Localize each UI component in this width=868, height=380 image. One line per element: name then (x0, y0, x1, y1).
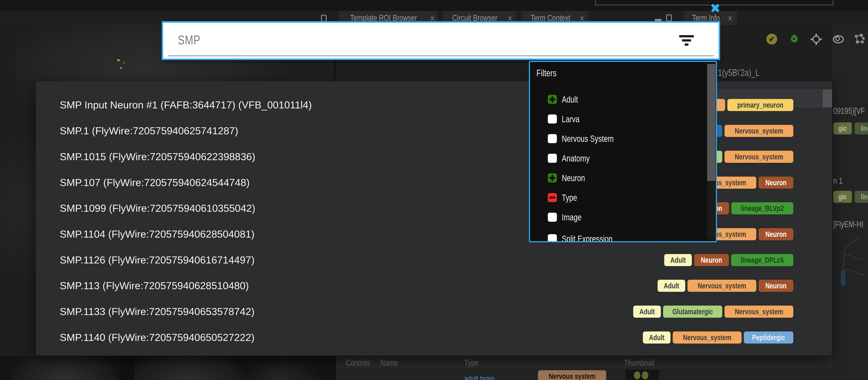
column-type: Type (464, 358, 478, 368)
filter-option-nervous-system[interactable]: Nervous System (548, 133, 628, 145)
restore-window-icon[interactable] (321, 15, 327, 22)
tag-badge-nervous_system: Nervous_system (724, 151, 793, 163)
column-name: Name (380, 358, 398, 368)
filter-option-label: Image (562, 212, 582, 222)
result-row-label[interactable]: SMP.1126 (FlyWire:720575940616714497) (60, 254, 255, 266)
checkbox-include[interactable] (548, 95, 557, 104)
tag-badge-nervous_system: Nervous_system (724, 306, 793, 318)
checkbox-none[interactable] (548, 114, 557, 124)
filter-option-label: Anatomy (562, 153, 590, 164)
tag-badge-nervous_system: Nervous_system (687, 280, 756, 292)
filter-option-neuron[interactable]: Neuron (548, 172, 591, 184)
tag-badge-neuron: Neuron (694, 254, 729, 266)
tab-close-icon[interactable]: x (508, 14, 512, 22)
filter-option-label: Neuron (562, 173, 585, 183)
checkbox-none[interactable] (548, 234, 557, 242)
tag-badge-fragment: lineag (855, 191, 868, 203)
tag-badge-adult: Adult (664, 254, 692, 266)
search-input-underline (168, 55, 714, 56)
tag-badge-adult: Adult (643, 332, 671, 344)
tag-badge-lineage: lineage_BLVp2 (731, 202, 793, 214)
neuron-marker (120, 67, 122, 69)
result-row-label[interactable]: SMP.113 (FlyWire:720575940628510480) (60, 280, 249, 291)
row-type-badge[interactable]: Nervous system (538, 370, 606, 380)
result-row-label[interactable]: SMP.107 (FlyWire:720575940624544748) (60, 177, 250, 188)
filter-option-larva[interactable]: Larva (548, 113, 585, 125)
restore-window-icon[interactable] (666, 14, 672, 22)
neuron-skeleton-image (837, 232, 868, 289)
tag-badge-nervous_system: Nervous_system (673, 332, 742, 344)
filter-option-image[interactable]: Image (548, 211, 587, 223)
term-info-badge-fragments: giclineag (833, 191, 868, 203)
filter-option-label: Adult (562, 94, 578, 105)
search-input-value[interactable]: SMP (178, 33, 200, 47)
app-window: Template ROI Browserx Circuit Browserx T… (0, 0, 868, 380)
term-info-text-fragment: n 1 (833, 176, 843, 186)
tag-badge-nervous_system: Nervous_system (724, 125, 793, 137)
table-header: Controls Name Type Thumbnail (336, 356, 832, 369)
tag-badge-primary_neuron: primary_neuron (727, 99, 793, 111)
checkbox-include[interactable] (548, 173, 557, 182)
filter-option-split-expression[interactable]: Split Expression (548, 233, 627, 242)
filter-option-anatomy[interactable]: Anatomy (548, 152, 597, 164)
tag-badge-adult: Adult (633, 306, 661, 318)
row-thumbnail[interactable] (626, 370, 659, 380)
filter-option-adult[interactable]: Adult (548, 93, 582, 105)
tab-close-icon[interactable]: x (580, 14, 584, 22)
result-row-badges: AdultGlutamatergicNervous_system (633, 306, 793, 318)
result-row[interactable]: SMP.1140 (FlyWire:720575940650527222)Adu… (36, 329, 832, 347)
tag-badge-fragment: gic (833, 123, 852, 135)
filter-option-label: Larva (562, 114, 580, 124)
background-brain-slice (0, 356, 334, 380)
filter-option-label: Type (562, 193, 577, 203)
approved-check-icon[interactable]: ✔ (766, 34, 778, 45)
circuit-network-icon[interactable] (854, 34, 865, 45)
result-row-label[interactable]: SMP.1140 (FlyWire:720575940650527222) (60, 332, 255, 343)
filter-option-label: Split Expression (562, 234, 613, 242)
term-info-text-fragment: 09195)[VF (833, 106, 865, 116)
tag-badge-neuron: Neuron (758, 280, 793, 292)
table-row[interactable]: adult brain Nervous system (336, 369, 832, 380)
tag-badge-lineage: lineage_DPLc5 (731, 254, 793, 266)
neuron-marker (124, 62, 125, 64)
result-row[interactable]: SMP.1133 (FlyWire:720575940653578742)Adu… (36, 303, 832, 321)
result-row-label[interactable]: SMP.1099 (FlyWire:720575940610355042) (60, 202, 255, 214)
eye-icon[interactable] (833, 34, 844, 45)
tag-badge-fragment: gic (833, 191, 852, 203)
filter-icon[interactable] (679, 35, 694, 46)
filter-option-label: Nervous System (562, 134, 614, 144)
term-info-text-fragment: [FlyEM-HI (833, 219, 863, 229)
tag-badge-fragment: lineag (855, 123, 868, 135)
result-row-label[interactable]: SMP.1015 (FlyWire:720575940622398836) (60, 151, 255, 163)
column-thumbnail: Thumbnail (624, 358, 654, 368)
result-row-label[interactable]: SMP.1133 (FlyWire:720575940653578742) (60, 306, 255, 317)
tab-close-icon[interactable]: x (728, 14, 732, 22)
tag-badge-peptidergic: Peptidergic (744, 332, 793, 344)
term-info-badge-fragments: giclineag (833, 123, 868, 135)
tag-badge-neuron: Neuron (758, 228, 793, 240)
tag-badge-neuron: Neuron (758, 177, 793, 189)
row-link: adult brain (464, 374, 495, 380)
result-row[interactable]: SMP.113 (FlyWire:720575940628510480)Adul… (36, 277, 832, 295)
result-row-label[interactable]: SMP.1 (FlyWire:720575940625741287) (60, 125, 238, 137)
result-row-label[interactable]: SMP Input Neuron #1 (FAFB:3644717) (VFB_… (60, 99, 312, 111)
tab-close-icon[interactable]: x (430, 14, 434, 22)
checkbox-exclude[interactable] (548, 193, 557, 202)
filters-scrollbar-thumb[interactable] (707, 64, 715, 181)
filters-title: Filters (536, 68, 557, 78)
term-info-heading-fragment: 1(y5B\'2a)_L (718, 67, 760, 78)
result-row-badges: AdultNervous_systemPeptidergic (643, 332, 793, 344)
tag-badge-adult: Adult (658, 280, 685, 292)
checkbox-none[interactable] (548, 213, 557, 222)
filter-option-type[interactable]: Type (548, 192, 582, 204)
search-box[interactable]: SMP (162, 21, 720, 60)
droplet-icon[interactable] (788, 34, 800, 45)
result-row-badges: AdultNeuronlineage_DPLc5 (664, 254, 793, 266)
checkbox-none[interactable] (548, 134, 557, 143)
crosshair-icon[interactable] (810, 34, 822, 45)
result-row-badges: AdultNervous_systemNeuron (658, 280, 793, 292)
close-icon[interactable] (710, 3, 720, 13)
checkbox-none[interactable] (548, 154, 557, 163)
result-row-label[interactable]: SMP.1104 (FlyWire:720575940628504081) (60, 228, 255, 240)
result-row[interactable]: SMP.1126 (FlyWire:720575940616714497)Adu… (36, 251, 832, 270)
